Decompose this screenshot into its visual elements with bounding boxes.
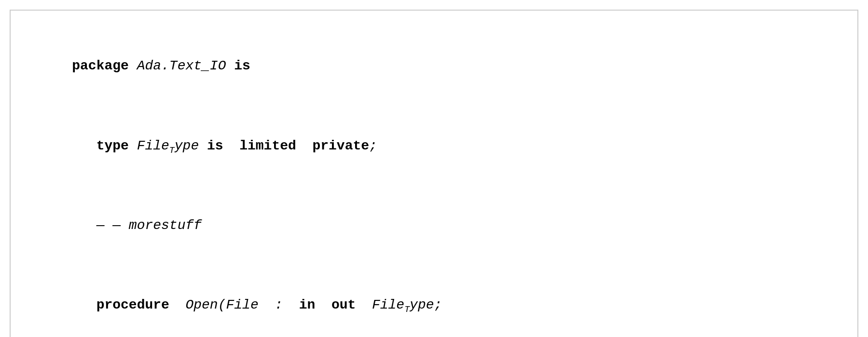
file-sub-T: T [404,305,410,314]
package-name: Ada.Text_IO [129,58,234,73]
proc-open-line-1: procedure Open(File : in out FileType; [40,269,828,337]
package-line: package Ada.Text_IO is [40,30,828,103]
type-sub-T: T [169,145,175,155]
keyword-procedure-1: procedure [96,297,169,312]
comment-morestuff-1: — — morestuff [96,218,202,233]
comment-1: — — morestuff [40,189,828,262]
keyword-out: out [331,297,356,312]
type-declaration-line: type FileType is limited private; [40,109,828,182]
keyword-is: is [234,58,250,73]
keyword-in: in [299,297,316,312]
code-display: package Ada.Text_IO is type FileType is … [10,10,858,337]
keyword-package: package [72,58,129,73]
keyword-is-limited: is limited private [207,138,369,153]
keyword-type: type [96,138,129,153]
